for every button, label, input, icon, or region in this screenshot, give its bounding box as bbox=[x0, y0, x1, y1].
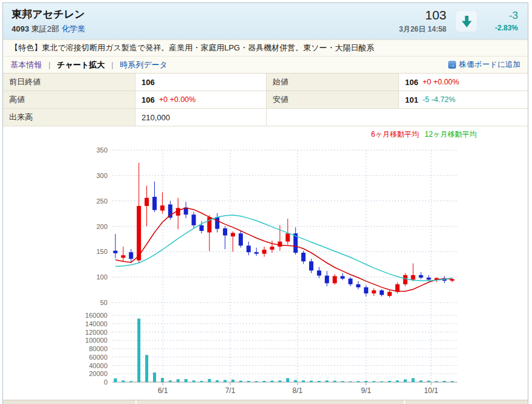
candlestick-volume-chart: 3503002502001501005016000014000012000010… bbox=[3, 126, 529, 400]
svg-text:7/1: 7/1 bbox=[225, 386, 236, 395]
prev-close-label: 前日終値 bbox=[3, 74, 135, 91]
svg-text:140000: 140000 bbox=[85, 320, 107, 327]
high-change: +0 +0.00% bbox=[159, 95, 196, 104]
svg-text:80000: 80000 bbox=[89, 345, 107, 352]
stock-title: 東邦アセチレン bbox=[12, 9, 85, 21]
svg-text:150: 150 bbox=[97, 248, 107, 255]
chart-legend: 6ヶ月移動平均 12ヶ月移動平均 bbox=[367, 129, 477, 140]
svg-text:50: 50 bbox=[100, 299, 107, 306]
open-change: +0 +0.00% bbox=[423, 78, 459, 86]
prev-close-value: 106 bbox=[135, 74, 267, 91]
svg-text:40000: 40000 bbox=[89, 362, 107, 369]
svg-text:20000: 20000 bbox=[89, 370, 107, 377]
svg-text:100000: 100000 bbox=[85, 337, 107, 344]
svg-text:6/1: 6/1 bbox=[158, 386, 168, 395]
stock-header: 東邦アセチレン 4093 東証2部 化学業 103 3月26日 14:58 -3… bbox=[3, 3, 528, 39]
low-value: 101-5 -4.72% bbox=[399, 91, 528, 109]
svg-text:9/1: 9/1 bbox=[361, 386, 371, 395]
nav-chart-enlarge[interactable]: チャート拡大 bbox=[57, 60, 105, 69]
svg-text:0: 0 bbox=[104, 378, 107, 386]
open-label: 始値 bbox=[267, 74, 399, 91]
svg-text:8/1: 8/1 bbox=[293, 386, 303, 395]
quote-table-empty-cell bbox=[267, 109, 528, 126]
down-arrow-icon bbox=[461, 15, 472, 28]
legend-ma12: 12ヶ月移動平均 bbox=[425, 130, 477, 139]
nav-separator: | bbox=[111, 60, 113, 69]
low-change: -5 -4.72% bbox=[423, 95, 455, 104]
svg-text:60000: 60000 bbox=[89, 354, 107, 361]
svg-text:200: 200 bbox=[97, 223, 107, 230]
stock-detail-page: 東邦アセチレン 4093 東証2部 化学業 103 3月26日 14:58 -3… bbox=[2, 2, 528, 404]
stock-nav: 基本情報 | チャート拡大 | 時系列データ → 株価ボードに追加 bbox=[3, 56, 528, 73]
price-chart-module: 6ヶ月移動平均 12ヶ月移動平均 35030025020015010050160… bbox=[3, 126, 528, 400]
price-direction-badge bbox=[456, 11, 477, 32]
svg-text:120000: 120000 bbox=[85, 329, 107, 336]
current-price: 103 bbox=[399, 8, 446, 22]
volume-value: 210,000 bbox=[135, 109, 267, 126]
volume-label: 出来高 bbox=[3, 109, 135, 126]
stock-market: 東証2部 bbox=[32, 24, 60, 33]
stock-code-line: 4093 東証2部 化学業 bbox=[12, 24, 85, 35]
open-value: 106+0 +0.00% bbox=[399, 74, 528, 91]
price-change-percent: -2.83% bbox=[486, 24, 518, 32]
high-label: 高値 bbox=[3, 91, 135, 109]
svg-text:160000: 160000 bbox=[85, 312, 107, 319]
quote-datetime: 3月26日 14:58 bbox=[399, 24, 446, 35]
arrow-right-badge-icon: → bbox=[448, 61, 456, 69]
nav-separator: | bbox=[49, 60, 50, 69]
svg-text:100: 100 bbox=[97, 273, 107, 281]
svg-text:250: 250 bbox=[97, 197, 107, 205]
price-change: -3 bbox=[486, 10, 518, 22]
quote-table: 前日終値 106 始値 106+0 +0.00% 高値 106+0 +0.00%… bbox=[3, 73, 528, 126]
svg-text:350: 350 bbox=[97, 146, 107, 154]
cell-divider bbox=[404, 400, 405, 404]
stock-code: 4093 bbox=[12, 24, 29, 33]
svg-text:10/1: 10/1 bbox=[424, 386, 438, 395]
high-value: 106+0 +0.00% bbox=[135, 91, 267, 109]
add-to-price-board-link[interactable]: 株価ボードに追加 bbox=[459, 60, 520, 70]
company-feature-row: 【特色】東北で溶接切断用ガス製造で発祥。産業用・家庭用LPG・器具機材併営。東ソ… bbox=[3, 39, 528, 56]
legend-ma6: 6ヶ月移動平均 bbox=[371, 130, 419, 139]
nav-time-series[interactable]: 時系列データ bbox=[120, 60, 168, 69]
next-module-cutoff bbox=[3, 400, 528, 404]
low-label: 安値 bbox=[267, 91, 399, 109]
nav-basic-info[interactable]: 基本情報 bbox=[10, 60, 42, 69]
industry-link[interactable]: 化学業 bbox=[61, 24, 85, 33]
svg-text:300: 300 bbox=[97, 172, 107, 179]
cell-divider bbox=[135, 400, 137, 404]
company-feature-text: 【特色】東北で溶接切断用ガス製造で発祥。産業用・家庭用LPG・器具機材併営。東ソ… bbox=[10, 43, 375, 53]
